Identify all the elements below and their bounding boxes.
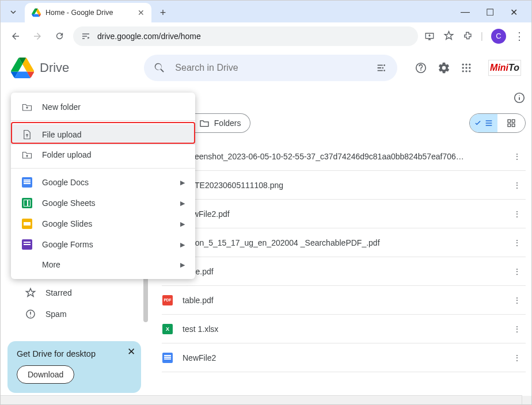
file-name: table.pdf (183, 267, 499, 276)
tab-title: Home - Google Drive (45, 9, 113, 17)
star-icon (25, 287, 36, 299)
ctx-file-upload[interactable]: File upload (11, 124, 195, 145)
file-row[interactable]: PDFtable.pdf⋮ (162, 286, 526, 315)
help-icon[interactable] (415, 62, 427, 74)
apps-icon[interactable] (461, 62, 472, 74)
ctx-google-slides[interactable]: Google Slides▶ (11, 213, 195, 234)
page-title: ome (162, 90, 513, 105)
install-app-icon[interactable] (424, 31, 435, 41)
drive-header: Drive MiniTo (1, 49, 531, 86)
submenu-arrow-icon: ▶ (180, 200, 185, 207)
bookmark-icon[interactable] (443, 30, 454, 41)
file-actions-icon[interactable]: ⋮ (508, 324, 526, 334)
browser-chrome: Home - Google Drive ✕ + — ☐ ✕ drive.goog… (1, 1, 531, 49)
window-controls: — ☐ ✕ (461, 7, 527, 22)
sidebar-starred-label: Starred (45, 288, 72, 297)
close-window-icon[interactable]: ✕ (510, 7, 518, 18)
browser-menu-icon[interactable]: ⋮ (514, 30, 525, 43)
file-row[interactable]: PDFlegion_5_15_17_ug_en_202004 _Searchab… (162, 228, 526, 257)
tab-close-icon[interactable]: ✕ (138, 8, 145, 17)
submenu-arrow-icon: ▶ (180, 220, 185, 228)
file-row[interactable]: NOTE20230605111108.png⋮ (162, 171, 526, 200)
svg-point-9 (469, 67, 470, 68)
view-list-button[interactable] (470, 114, 497, 132)
search-box[interactable] (144, 55, 397, 81)
new-folder-icon (21, 102, 33, 112)
address-input[interactable]: drive.google.com/drive/home (73, 26, 418, 46)
docs-icon (21, 177, 33, 188)
chip-folders[interactable]: Folders (190, 113, 251, 133)
maximize-icon[interactable]: ☐ (486, 7, 494, 18)
list-icon (484, 119, 493, 128)
file-row[interactable]: Xtest 1.xlsx⋮ (162, 315, 526, 343)
forward-button[interactable] (29, 28, 45, 44)
file-row[interactable]: NewFile2⋮ (162, 343, 526, 372)
reload-button[interactable] (51, 28, 67, 44)
sidebar-spam-label: Spam (45, 310, 67, 319)
ctx-google-sheets[interactable]: Google Sheets▶ (11, 193, 195, 213)
docs-file-icon (162, 353, 173, 363)
minimize-icon[interactable]: — (461, 7, 470, 18)
svg-point-12 (469, 70, 470, 72)
drive-logo[interactable]: Drive (11, 56, 69, 79)
ctx-more[interactable]: More▶ (11, 255, 195, 274)
svg-point-1 (382, 67, 384, 69)
ctx-folder-upload[interactable]: Folder upload (11, 145, 195, 165)
tab-search-button[interactable] (5, 4, 21, 20)
ctx-google-docs[interactable]: Google Docs▶ (11, 172, 195, 193)
extensions-icon[interactable] (462, 31, 473, 41)
file-row[interactable]: PDFNewFile2.pdf⋮ (162, 200, 526, 228)
sidebar-item-spam[interactable]: Spam (1, 303, 148, 324)
svg-point-7 (462, 67, 464, 68)
horizontal-scrollbar[interactable] (1, 395, 522, 404)
file-name: NOTE20230605111108.png (183, 181, 499, 190)
back-button[interactable] (7, 28, 24, 44)
file-row[interactable]: PDFtable.pdf⋮ (162, 257, 526, 286)
minitool-badge[interactable]: MiniTo (488, 60, 521, 76)
file-actions-icon[interactable]: ⋮ (508, 209, 526, 219)
file-actions-icon[interactable]: ⋮ (508, 267, 526, 276)
drive-product-name: Drive (40, 60, 69, 75)
file-actions-icon[interactable]: ⋮ (508, 152, 526, 161)
sidebar-item-starred[interactable]: Starred (1, 283, 148, 303)
svg-point-11 (465, 70, 467, 72)
file-upload-icon (21, 129, 33, 140)
promo-title: Get Drive for desktop (17, 349, 132, 358)
new-tab-button[interactable]: + (155, 7, 171, 19)
svg-rect-19 (512, 124, 515, 127)
file-actions-icon[interactable]: ⋮ (508, 296, 526, 305)
promo-close-icon[interactable]: ✕ (127, 346, 135, 358)
folder-icon (199, 119, 210, 127)
submenu-arrow-icon: ▶ (180, 241, 185, 249)
info-icon[interactable] (513, 91, 526, 104)
svg-point-10 (462, 70, 464, 72)
search-input[interactable] (175, 63, 366, 73)
svg-rect-16 (508, 120, 511, 123)
sheets-icon (21, 198, 33, 208)
profile-avatar[interactable]: C (491, 29, 506, 44)
ctx-google-forms[interactable]: Google Forms▶ (11, 234, 195, 255)
slides-icon (21, 219, 33, 229)
drive-favicon-icon (32, 8, 41, 17)
ctx-new-folder[interactable]: New folder (11, 97, 195, 117)
desktop-promo: ✕ Get Drive for desktop Download (7, 341, 141, 393)
file-actions-icon[interactable]: ⋮ (508, 353, 526, 362)
file-row[interactable]: Screenshot_2023-06-05-10-52-55-37_c37d74… (162, 142, 526, 171)
view-toggle (469, 113, 526, 133)
svg-point-5 (465, 64, 467, 66)
file-actions-icon[interactable]: ⋮ (508, 238, 526, 247)
submenu-arrow-icon: ▶ (180, 179, 185, 186)
site-settings-icon[interactable] (81, 32, 90, 41)
browser-tab-active[interactable]: Home - Google Drive ✕ (25, 3, 151, 22)
content-area: ome es Folders Screenshot_2023-06-05-10-… (148, 86, 531, 404)
spam-icon (25, 308, 36, 320)
file-actions-icon[interactable]: ⋮ (508, 181, 526, 190)
download-button[interactable]: Download (17, 365, 74, 384)
svg-rect-18 (508, 124, 511, 127)
file-name: test 1.xlsx (183, 324, 499, 334)
view-grid-button[interactable] (497, 114, 525, 132)
settings-icon[interactable] (438, 62, 450, 74)
svg-point-4 (462, 64, 464, 66)
pdf-file-icon: PDF (162, 295, 173, 305)
search-options-icon[interactable] (375, 62, 388, 74)
